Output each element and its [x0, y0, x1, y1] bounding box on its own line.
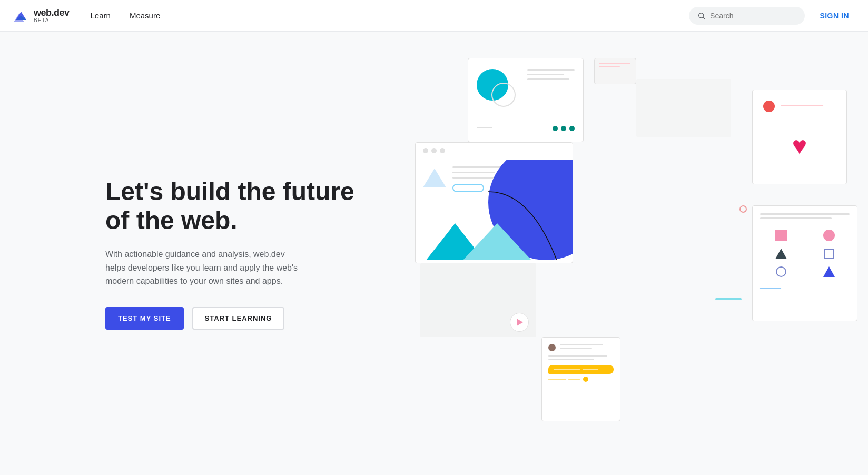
- card-chat: [541, 337, 620, 421]
- logo-icon: [13, 7, 29, 24]
- start-learning-button[interactable]: START LEARNING: [192, 307, 285, 330]
- play-triangle-icon: [517, 319, 523, 326]
- c5bl2: [548, 359, 594, 360]
- card4-blue-line: [760, 288, 781, 289]
- card-main-browser: [415, 142, 573, 263]
- card5-header-lines: [560, 344, 614, 351]
- dot2: [561, 126, 566, 131]
- nav-link-learn[interactable]: Learn: [82, 7, 119, 24]
- win-dot2: [431, 148, 437, 153]
- hero-illustration: ♥: [415, 58, 868, 437]
- c5hl1: [560, 344, 603, 345]
- shapes-grid: [760, 227, 850, 279]
- shape-blue-triangle: [810, 266, 847, 277]
- c5bl1: [548, 355, 607, 357]
- card1-small-line: [477, 127, 492, 128]
- circle-outline: [491, 83, 516, 107]
- search-input[interactable]: [710, 12, 796, 20]
- win-dot1: [423, 148, 428, 153]
- chat-bubble-1: [548, 365, 614, 374]
- shape-outline-circle: [762, 266, 800, 277]
- hero-title: Let's build the future of the web.: [105, 177, 369, 235]
- shape-outline-square: [810, 249, 847, 259]
- cyan-accent-bar: [715, 298, 742, 300]
- dot3: [569, 126, 575, 131]
- win-dot3: [440, 148, 445, 153]
- hero-content: Let's build the future of the web. With …: [105, 177, 369, 330]
- svg-point-3: [699, 13, 704, 17]
- card4-lines: [760, 213, 850, 219]
- hero-buttons: TEST MY SITE START LEARNING: [105, 307, 369, 330]
- bottom-tris: [416, 223, 573, 260]
- bubble2-circle: [583, 377, 588, 382]
- card5-avatar-dot: [548, 344, 556, 351]
- search-icon: [697, 11, 706, 21]
- line2: [527, 74, 564, 75]
- svg-line-4: [703, 17, 705, 19]
- card5-lines-body: [548, 355, 614, 360]
- bubble2-lines: [548, 379, 580, 380]
- c4l2: [760, 217, 832, 219]
- sr-line1: [599, 63, 630, 64]
- signin-button[interactable]: SIGN IN: [813, 7, 855, 24]
- shape-pink-circle: [810, 230, 847, 241]
- c5hl2: [560, 348, 592, 349]
- logo-brand: web.dev: [34, 8, 70, 17]
- bubble1-lines: [554, 369, 608, 370]
- b1l1: [554, 369, 580, 370]
- nav-links: Learn Measure: [82, 7, 169, 24]
- small-rect-lines: [595, 58, 636, 73]
- line1: [527, 69, 575, 71]
- chat-bubble-2: [548, 377, 614, 382]
- c4l1: [760, 213, 850, 215]
- card-shapes: [752, 205, 857, 321]
- navbar: web.dev BETA Learn Measure SIGN IN: [0, 0, 868, 32]
- bg-box-2: [636, 79, 731, 137]
- card-top-center: [468, 58, 584, 142]
- cyan-tri: [463, 223, 531, 260]
- card-heart: ♥: [752, 90, 847, 184]
- logo-text: web.dev BETA: [34, 8, 70, 23]
- logo[interactable]: web.dev BETA: [13, 7, 70, 24]
- b1l2: [583, 369, 598, 370]
- nav-link-measure[interactable]: Measure: [121, 7, 169, 24]
- dot1: [553, 126, 558, 131]
- b2l1: [548, 379, 566, 380]
- hero-section: Let's build the future of the web. With …: [0, 32, 868, 475]
- card1-lines: [527, 69, 575, 83]
- sr-line2: [599, 66, 620, 67]
- float-circle-outline: [739, 205, 747, 213]
- card1-dots: [553, 126, 575, 131]
- card2-pill: [452, 184, 484, 192]
- hero-description: With actionable guidance and analysis, w…: [105, 248, 305, 288]
- shape-dark-triangle: [762, 249, 800, 259]
- card5-header: [548, 344, 614, 351]
- search-box[interactable]: [689, 7, 805, 25]
- small-rect-top: [594, 58, 636, 84]
- line3: [527, 78, 569, 80]
- card2-triangle: [423, 169, 446, 187]
- shape-pink-square: [762, 230, 800, 241]
- card2-header: [416, 143, 573, 159]
- play-button[interactable]: [510, 313, 529, 332]
- card2-body: [416, 159, 573, 260]
- test-my-site-button[interactable]: TEST MY SITE: [105, 307, 184, 330]
- b2l2: [568, 379, 580, 380]
- card3-red-dot: [763, 101, 775, 112]
- logo-beta: BETA: [34, 18, 70, 23]
- heart-icon: ♥: [792, 131, 807, 160]
- card3-pink-line: [781, 105, 823, 106]
